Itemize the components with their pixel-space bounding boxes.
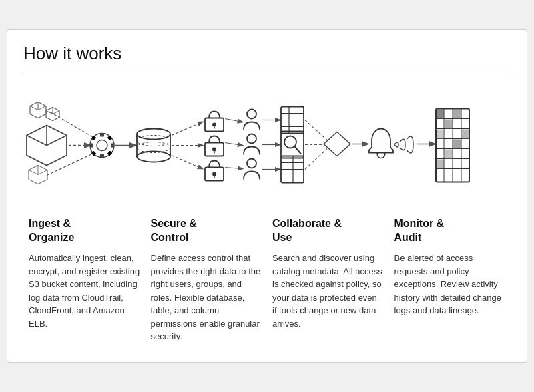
col-title-collaborate: Collaborate & Use [272, 217, 384, 245]
svg-line-48 [225, 119, 242, 122]
svg-rect-89 [437, 130, 444, 139]
svg-point-43 [212, 148, 216, 152]
how-it-works-diagram [23, 90, 511, 197]
col-title-secure: Secure & Control [151, 217, 262, 245]
svg-rect-87 [445, 120, 453, 129]
diagram-area [23, 83, 511, 204]
svg-line-64 [294, 146, 301, 154]
svg-line-7 [46, 111, 53, 114]
col-body-collaborate: Search and discover using catalog metada… [272, 252, 384, 330]
svg-rect-24 [111, 144, 114, 148]
svg-line-18 [47, 154, 93, 176]
col-title-monitor: Monitor & Audit [394, 217, 506, 245]
svg-point-40 [212, 123, 216, 127]
svg-line-11 [27, 136, 47, 146]
svg-line-71 [305, 120, 327, 140]
svg-line-2 [38, 106, 46, 110]
svg-rect-91 [445, 150, 453, 159]
svg-line-36 [172, 122, 202, 136]
svg-line-10 [47, 136, 67, 146]
svg-line-15 [29, 170, 38, 175]
svg-line-49 [225, 143, 242, 146]
svg-rect-86 [437, 110, 444, 119]
svg-line-38 [172, 156, 202, 169]
svg-rect-23 [90, 144, 93, 148]
col-body-monitor: Be alerted of access requests and policy… [394, 252, 506, 317]
svg-rect-28 [107, 151, 113, 156]
svg-point-30 [137, 129, 170, 140]
svg-rect-90 [453, 140, 461, 149]
svg-point-46 [212, 172, 216, 176]
svg-line-73 [305, 149, 327, 170]
svg-line-14 [38, 170, 47, 175]
svg-rect-21 [100, 134, 104, 137]
svg-point-52 [247, 134, 256, 144]
svg-point-20 [97, 140, 107, 151]
card-container: How it works [7, 29, 527, 362]
svg-rect-93 [462, 130, 469, 139]
svg-line-3 [30, 106, 38, 110]
column-collaborate: Collaborate & Use Search and discover us… [267, 217, 389, 330]
svg-point-33 [137, 152, 170, 162]
svg-rect-92 [437, 160, 444, 169]
col-title-ingest: Ingest & Organize [29, 217, 140, 245]
column-secure: Secure & Control Define access control t… [146, 217, 268, 343]
column-monitor: Monitor & Audit Be alerted of access req… [389, 217, 511, 317]
svg-line-50 [225, 168, 242, 169]
col-body-secure: Define access control that provides the … [151, 252, 262, 343]
svg-rect-22 [100, 154, 104, 158]
col-body-ingest: Automatically ingest, clean, encrypt, an… [29, 252, 140, 330]
svg-point-53 [247, 159, 256, 168]
svg-line-17 [50, 112, 93, 138]
svg-marker-70 [324, 132, 350, 156]
svg-point-51 [247, 110, 256, 119]
svg-rect-26 [107, 136, 113, 141]
page-title: How it works [23, 43, 511, 71]
column-ingest: Ingest & Organize Automatically ingest, … [23, 217, 146, 330]
svg-point-34 [137, 136, 170, 146]
svg-rect-88 [453, 110, 461, 119]
svg-line-6 [53, 111, 59, 114]
columns-area: Ingest & Organize Automatically ingest, … [23, 217, 511, 343]
